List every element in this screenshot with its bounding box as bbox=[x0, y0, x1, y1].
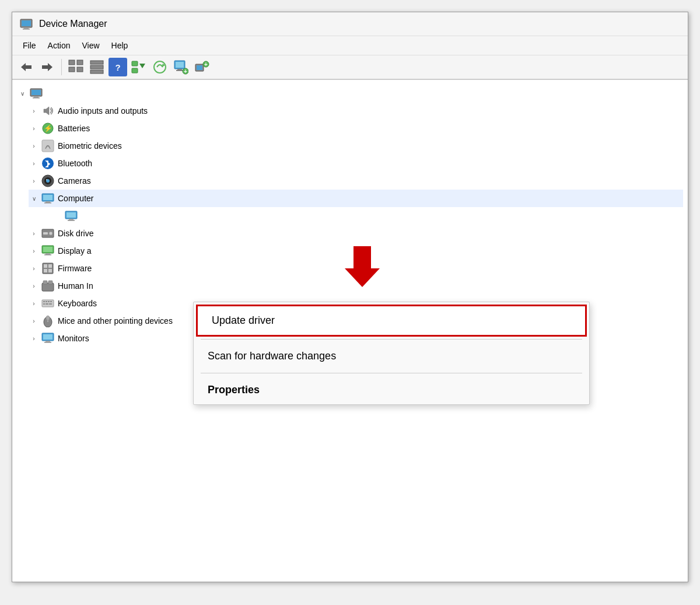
tree-item-batteries[interactable]: › ⚡ Batteries bbox=[29, 120, 683, 137]
root-icon bbox=[30, 87, 43, 100]
svg-rect-79 bbox=[46, 341, 50, 342]
svg-marker-4 bbox=[21, 63, 32, 71]
update-driver-item[interactable]: Update driver bbox=[198, 306, 585, 335]
menu-action[interactable]: Action bbox=[42, 39, 76, 53]
svg-rect-15 bbox=[132, 61, 138, 66]
scan-hardware-item[interactable]: Scan for hardware changes bbox=[194, 342, 589, 370]
audio-label: Audio inputs and outputs bbox=[58, 106, 148, 116]
svg-point-52 bbox=[49, 232, 52, 235]
title-bar-icon bbox=[19, 17, 33, 31]
keyboards-icon bbox=[41, 297, 54, 310]
svg-point-18 bbox=[154, 61, 166, 73]
help-button[interactable]: ? bbox=[108, 58, 127, 76]
context-menu-item-wrapper: Update driver bbox=[196, 305, 587, 337]
show-by-connection-button[interactable] bbox=[88, 58, 106, 76]
cameras-icon bbox=[41, 174, 54, 187]
monitors-icon bbox=[41, 332, 54, 345]
svg-rect-2 bbox=[24, 27, 29, 29]
svg-rect-62 bbox=[48, 269, 52, 272]
menu-bar: File Action View Help bbox=[12, 36, 688, 55]
disk-label: Disk drive bbox=[58, 229, 93, 238]
svg-rect-61 bbox=[44, 269, 47, 272]
tree-item-audio[interactable]: › Audio inputs and outputs bbox=[29, 102, 683, 120]
computer-label: Computer bbox=[58, 194, 93, 203]
svg-rect-3 bbox=[23, 29, 30, 30]
forward-button[interactable] bbox=[38, 58, 57, 76]
device-manager-window: Device Manager File Action View Help bbox=[12, 12, 688, 582]
computer-child-icon bbox=[65, 209, 78, 222]
svg-rect-11 bbox=[90, 65, 103, 69]
svg-rect-31 bbox=[32, 90, 41, 95]
display-chevron: › bbox=[30, 248, 38, 254]
svg-marker-5 bbox=[42, 63, 52, 71]
svg-rect-6 bbox=[69, 60, 75, 65]
tree-item-computer[interactable]: ∨ Computer bbox=[29, 190, 683, 207]
svg-text:?: ? bbox=[115, 62, 120, 72]
svg-rect-21 bbox=[176, 62, 184, 68]
bluetooth-chevron: › bbox=[30, 160, 38, 167]
tree-root[interactable]: ∨ bbox=[17, 85, 683, 102]
tree-item-biometric[interactable]: › Biometric devices bbox=[29, 137, 683, 155]
svg-rect-56 bbox=[46, 253, 50, 254]
menu-file[interactable]: File bbox=[17, 39, 42, 53]
svg-rect-69 bbox=[48, 301, 50, 302]
properties-button[interactable]: + bbox=[172, 58, 190, 76]
svg-rect-48 bbox=[66, 212, 76, 218]
tree-item-computer-child[interactable] bbox=[52, 207, 683, 225]
cameras-chevron: › bbox=[30, 178, 38, 184]
batteries-label: Batteries bbox=[58, 124, 90, 133]
add-device-button[interactable]: + bbox=[192, 58, 211, 76]
audio-icon bbox=[41, 104, 54, 117]
bluetooth-label: Bluetooth bbox=[58, 159, 92, 168]
svg-rect-45 bbox=[46, 201, 50, 202]
firmware-chevron: › bbox=[30, 265, 38, 272]
svg-marker-81 bbox=[345, 246, 380, 287]
audio-chevron: › bbox=[30, 108, 38, 114]
hid-label: Human In bbox=[58, 281, 93, 291]
svg-rect-71 bbox=[43, 303, 45, 305]
svg-point-42 bbox=[46, 179, 47, 180]
scan-button[interactable] bbox=[150, 58, 169, 76]
svg-rect-7 bbox=[77, 60, 83, 65]
tree-item-cameras[interactable]: › Cameras bbox=[29, 172, 683, 190]
svg-text:+: + bbox=[204, 61, 208, 68]
properties-item[interactable]: Properties bbox=[194, 376, 589, 404]
menu-help[interactable]: Help bbox=[106, 39, 134, 53]
tree-item-bluetooth[interactable]: › Bluetooth bbox=[29, 155, 683, 172]
show-by-type-button[interactable] bbox=[66, 58, 85, 76]
hid-chevron: › bbox=[30, 283, 38, 289]
disk-icon bbox=[41, 227, 54, 240]
cameras-label: Cameras bbox=[58, 176, 91, 186]
context-menu-sep-1 bbox=[201, 339, 582, 340]
menu-view[interactable]: View bbox=[76, 39, 105, 53]
computer-icon bbox=[41, 192, 54, 205]
biometric-label: Biometric devices bbox=[58, 141, 122, 151]
tree-item-disk[interactable]: › Disk drive bbox=[29, 225, 683, 242]
svg-rect-23 bbox=[176, 70, 183, 71]
mice-chevron: › bbox=[30, 318, 38, 324]
toolbar-sep-1 bbox=[61, 59, 62, 75]
svg-rect-50 bbox=[68, 220, 75, 221]
svg-rect-22 bbox=[177, 69, 182, 70]
svg-rect-32 bbox=[34, 96, 38, 97]
svg-rect-12 bbox=[90, 70, 103, 74]
expand-button[interactable] bbox=[130, 58, 148, 76]
firmware-icon bbox=[41, 262, 54, 275]
main-content: ∨ › bbox=[12, 80, 688, 582]
svg-rect-73 bbox=[49, 303, 52, 305]
display-icon bbox=[41, 244, 54, 257]
svg-rect-1 bbox=[22, 20, 31, 26]
monitors-chevron: › bbox=[30, 335, 38, 342]
svg-rect-72 bbox=[46, 303, 48, 305]
back-button[interactable] bbox=[17, 58, 36, 76]
disk-chevron: › bbox=[30, 230, 38, 237]
bluetooth-icon bbox=[41, 157, 54, 170]
biometric-icon bbox=[41, 139, 54, 152]
svg-rect-78 bbox=[43, 334, 52, 340]
svg-rect-44 bbox=[43, 195, 52, 200]
svg-rect-68 bbox=[46, 301, 47, 302]
mice-label: Mice and other pointing devices bbox=[58, 316, 173, 326]
svg-rect-27 bbox=[197, 65, 202, 70]
batteries-chevron: › bbox=[30, 125, 38, 132]
svg-rect-53 bbox=[43, 232, 48, 235]
